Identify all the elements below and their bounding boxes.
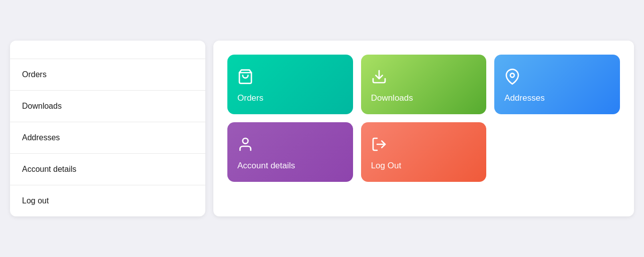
- tile-orders[interactable]: Orders: [227, 55, 353, 114]
- svg-point-2: [510, 73, 514, 77]
- tiles-grid: Orders Downloads Addresses Account detai…: [227, 55, 620, 182]
- logout-icon: [371, 136, 387, 155]
- person-icon: [237, 136, 253, 155]
- sidebar-item-log-out[interactable]: Log out: [10, 185, 205, 216]
- tile-addresses[interactable]: Addresses: [494, 55, 620, 114]
- sidebar-nav: OrdersDownloadsAddressesAccount detailsL…: [10, 59, 205, 216]
- pin-icon: [504, 69, 520, 87]
- main-content: Orders Downloads Addresses Account detai…: [213, 41, 634, 216]
- tile-downloads-label: Downloads: [371, 93, 413, 103]
- download-icon: [371, 69, 387, 87]
- tile-orders-label: Orders: [237, 93, 263, 103]
- tile-account-details[interactable]: Account details: [227, 122, 353, 182]
- sidebar-item-addresses[interactable]: Addresses: [10, 122, 205, 154]
- sidebar: OrdersDownloadsAddressesAccount detailsL…: [10, 41, 205, 216]
- tile-account-details-label: Account details: [237, 161, 295, 171]
- tile-addresses-label: Addresses: [504, 93, 544, 103]
- cart-icon: [237, 69, 253, 87]
- sidebar-item-account-details[interactable]: Account details: [10, 154, 205, 185]
- page-container: OrdersDownloadsAddressesAccount detailsL…: [10, 41, 634, 216]
- svg-point-3: [243, 138, 248, 144]
- tile-logout[interactable]: Log Out: [361, 122, 487, 182]
- tile-downloads[interactable]: Downloads: [361, 55, 487, 114]
- sidebar-item-downloads[interactable]: Downloads: [10, 91, 205, 122]
- sidebar-title: [10, 41, 205, 59]
- tile-logout-label: Log Out: [371, 161, 402, 171]
- sidebar-item-orders[interactable]: Orders: [10, 59, 205, 91]
